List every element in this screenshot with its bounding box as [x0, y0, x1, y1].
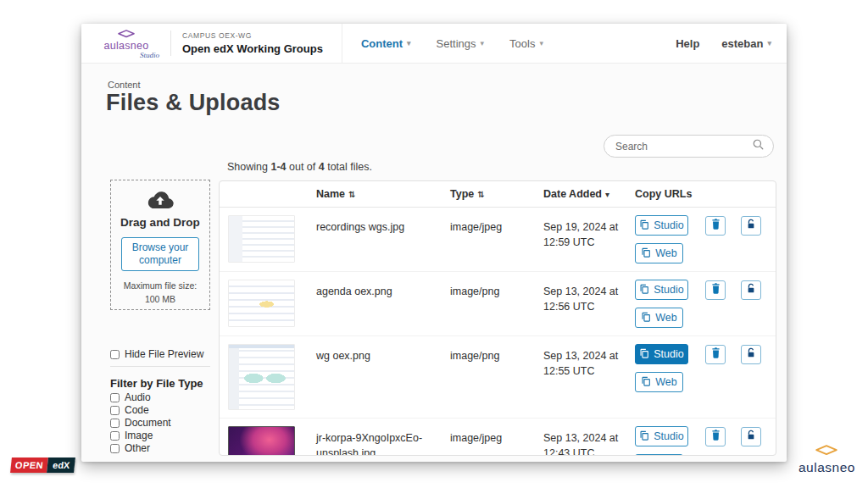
hide-file-preview-label: Hide File Preview	[125, 348, 203, 360]
nav-tools[interactable]: Tools ▾	[509, 37, 543, 50]
top-header: aulasneo Studio CAMPUS OEX-WG Open edX W…	[81, 24, 787, 64]
unlock-file-button[interactable]	[741, 216, 761, 236]
user-menu[interactable]: esteban ▾	[721, 37, 771, 50]
cloud-upload-icon	[146, 189, 175, 214]
brand-sub: Studio	[140, 52, 159, 59]
filter-audio[interactable]: Audio	[110, 391, 151, 403]
file-type: image/png	[450, 280, 543, 299]
unlock-icon	[746, 430, 756, 443]
filter-other-checkbox[interactable]	[110, 444, 120, 453]
help-link[interactable]: Help	[676, 37, 699, 50]
breadcrumb[interactable]: Content	[108, 80, 141, 90]
filter-image[interactable]: Image	[110, 430, 153, 441]
unlock-file-button[interactable]	[741, 427, 761, 446]
page: aulasneo Studio CAMPUS OEX-WG Open edX W…	[0, 0, 868, 488]
column-header-type[interactable]: Type⇅	[450, 188, 543, 200]
filter-image-label: Image	[125, 430, 153, 441]
copy-web-url-button[interactable]: Web	[635, 308, 683, 328]
filter-audio-checkbox[interactable]	[110, 393, 120, 402]
copy-studio-url-button[interactable]: Studio	[635, 215, 688, 236]
filter-document[interactable]: Document	[110, 417, 171, 429]
open-edx-logo-edx: edX	[47, 458, 75, 473]
table-row[interactable]: agenda oex.png image/png Sep 13, 2024 at…	[220, 272, 776, 336]
delete-file-button[interactable]	[705, 216, 726, 236]
nav-settings[interactable]: Settings ▾	[437, 37, 485, 50]
upload-dropzone[interactable]: Drag and Drop Browse your computer Maxim…	[110, 180, 210, 310]
copy-icon	[641, 312, 651, 324]
header-divider	[170, 30, 171, 56]
header-right: Help esteban ▾	[676, 37, 771, 50]
copy-web-url-button[interactable]: Web	[635, 454, 683, 456]
filter-other[interactable]: Other	[110, 442, 150, 454]
nav-content-label: Content	[361, 37, 403, 50]
search-input[interactable]	[615, 141, 752, 152]
unlock-icon	[746, 283, 756, 297]
copy-icon	[641, 376, 651, 389]
unlock-icon	[746, 347, 756, 361]
file-name: jr-korpa-9XngoIpxcEo-unsplash.jpg	[308, 426, 450, 456]
unlock-file-button[interactable]	[741, 345, 761, 364]
filter-code[interactable]: Code	[110, 404, 149, 416]
column-header-copy-urls: Copy URLs	[635, 188, 776, 200]
file-date-added: Sep 13, 2024 at12:55 UTC	[543, 344, 635, 379]
file-date-added: Sep 19, 2024 at12:59 UTC	[543, 215, 635, 250]
file-name: agenda oex.png	[308, 280, 450, 299]
copy-icon	[641, 247, 651, 260]
chevron-down-icon: ▾	[767, 39, 771, 47]
file-thumbnail	[228, 280, 295, 327]
copy-studio-url-button[interactable]: Studio	[635, 280, 688, 300]
course-org: CAMPUS OEX-WG	[182, 31, 323, 40]
files-table: Name⇅ Type⇅ Date Added▾ Copy URLs record…	[219, 180, 776, 456]
file-type: image/jpeg	[450, 215, 543, 235]
unlock-file-button[interactable]	[741, 280, 761, 300]
table-header-row: Name⇅ Type⇅ Date Added▾ Copy URLs	[220, 181, 776, 208]
browse-computer-button[interactable]: Browse your computer	[121, 237, 199, 271]
chevron-down-icon: ▾	[539, 39, 543, 47]
file-type: image/png	[450, 344, 543, 363]
file-date-added: Sep 13, 2024 at12:43 UTC	[543, 426, 635, 456]
copy-icon	[639, 430, 649, 443]
hide-file-preview-checkbox[interactable]	[110, 350, 120, 359]
delete-file-button[interactable]	[705, 427, 726, 446]
copy-studio-url-button[interactable]: Studio	[635, 344, 688, 364]
sort-icon: ⇅	[477, 190, 484, 199]
graduation-cap-icon	[814, 444, 839, 459]
copy-web-url-button[interactable]: Web	[635, 243, 683, 263]
filter-document-checkbox[interactable]	[110, 419, 120, 428]
file-thumbnail	[228, 426, 295, 456]
copy-studio-url-button[interactable]: Studio	[635, 426, 688, 446]
hide-file-preview-option[interactable]: Hide File Preview	[110, 348, 203, 360]
filter-image-checkbox[interactable]	[110, 431, 120, 441]
file-name: recordings wgs.jpg	[308, 215, 450, 235]
graduation-cap-icon	[117, 27, 136, 41]
copy-web-url-button[interactable]: Web	[635, 372, 683, 392]
username: esteban	[721, 37, 763, 50]
sort-desc-icon: ▾	[605, 190, 609, 199]
search-box	[604, 135, 774, 158]
filter-document-label: Document	[125, 417, 171, 429]
table-row[interactable]: jr-korpa-9XngoIpxcEo-unsplash.jpg image/…	[220, 419, 776, 456]
file-type: image/jpeg	[450, 426, 543, 446]
trash-icon	[711, 219, 721, 232]
delete-file-button[interactable]	[705, 345, 726, 364]
nav-content[interactable]: Content ▾	[361, 37, 411, 50]
aulasneo-footer-logo: aulasneo	[798, 444, 855, 475]
column-header-date-added[interactable]: Date Added▾	[543, 188, 635, 200]
copy-icon	[639, 219, 649, 232]
column-header-name[interactable]: Name⇅	[308, 188, 450, 200]
delete-file-button[interactable]	[705, 280, 726, 300]
filter-code-checkbox[interactable]	[110, 406, 120, 415]
aulasneo-studio-logo[interactable]: aulasneo Studio	[93, 27, 159, 60]
table-row[interactable]: recordings wgs.jpg image/jpeg Sep 19, 20…	[220, 208, 776, 272]
chevron-down-icon: ▾	[407, 39, 411, 47]
file-name: wg oex.png	[308, 344, 450, 363]
filter-code-label: Code	[125, 404, 149, 416]
search-icon[interactable]	[752, 138, 765, 154]
filter-other-label: Other	[125, 442, 150, 454]
course-info: CAMPUS OEX-WG Open edX Working Groups	[182, 31, 323, 55]
table-row[interactable]: wg oex.png image/png Sep 13, 2024 at12:5…	[220, 336, 776, 419]
course-title: Open edX Working Groups	[182, 42, 323, 55]
copy-icon	[639, 348, 649, 361]
file-date-added: Sep 13, 2024 at12:56 UTC	[543, 280, 635, 314]
trash-icon	[711, 430, 721, 443]
